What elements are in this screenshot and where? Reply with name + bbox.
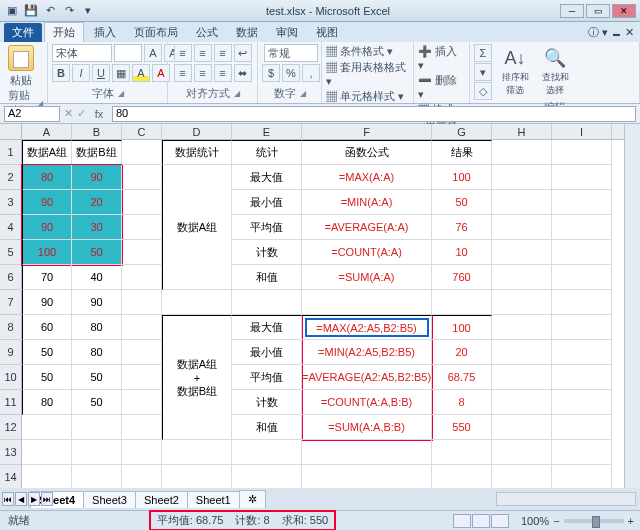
- cell[interactable]: [72, 415, 122, 440]
- column-headers[interactable]: A B C D E F G H I: [22, 124, 624, 140]
- cell[interactable]: [162, 465, 232, 488]
- cell[interactable]: [492, 415, 552, 440]
- align-right-icon[interactable]: ≡: [214, 64, 232, 82]
- cell[interactable]: =MAX(A2:A5,B2:B5): [302, 315, 432, 340]
- col-E[interactable]: E: [232, 124, 302, 139]
- cell[interactable]: [122, 240, 162, 265]
- cell[interactable]: 90: [22, 190, 72, 215]
- col-I[interactable]: I: [552, 124, 612, 139]
- col-B[interactable]: B: [72, 124, 122, 139]
- save-icon[interactable]: 💾: [23, 3, 39, 19]
- cell[interactable]: 8: [432, 390, 492, 415]
- undo-icon[interactable]: ↶: [42, 3, 58, 19]
- cell[interactable]: =MAX(A:A): [302, 165, 432, 190]
- cell[interactable]: 90: [22, 290, 72, 315]
- cell[interactable]: [492, 265, 552, 290]
- cell[interactable]: 10: [432, 240, 492, 265]
- cell[interactable]: 数据统计: [162, 140, 232, 165]
- tab-file[interactable]: 文件: [4, 23, 42, 42]
- tab-view[interactable]: 视图: [308, 23, 346, 42]
- cell[interactable]: 90: [72, 290, 122, 315]
- conditional-format-button[interactable]: ▦ 条件格式 ▾: [326, 44, 393, 59]
- tab-nav-prev-icon[interactable]: ◀: [15, 492, 27, 506]
- maximize-button[interactable]: ▭: [586, 4, 610, 18]
- cell[interactable]: 最小值: [232, 190, 302, 215]
- cell[interactable]: 30: [72, 215, 122, 240]
- cell[interactable]: 20: [432, 340, 492, 365]
- cell[interactable]: [492, 390, 552, 415]
- cell[interactable]: 和值: [232, 265, 302, 290]
- cell[interactable]: 平均值: [232, 215, 302, 240]
- cell[interactable]: =AVERAGE(A2:A5,B2:B5): [302, 365, 432, 390]
- cell[interactable]: 最大值: [232, 315, 302, 340]
- tab-home[interactable]: 开始: [44, 22, 84, 42]
- cell[interactable]: 760: [432, 265, 492, 290]
- align-bot-icon[interactable]: ≡: [214, 44, 232, 62]
- col-F[interactable]: F: [302, 124, 432, 139]
- cell[interactable]: 20: [72, 190, 122, 215]
- vertical-scrollbar[interactable]: [624, 124, 640, 488]
- row-5[interactable]: 5: [0, 240, 21, 265]
- align-center-icon[interactable]: ≡: [194, 64, 212, 82]
- col-D[interactable]: D: [162, 124, 232, 139]
- font-size-select[interactable]: [114, 44, 142, 62]
- delete-cells-button[interactable]: ➖ 删除 ▾: [418, 73, 465, 101]
- cell[interactable]: [122, 190, 162, 215]
- fill-color-icon[interactable]: A: [132, 64, 150, 82]
- dialog-launcher-icon[interactable]: ◢: [234, 89, 240, 98]
- help-icon[interactable]: ⓘ ▾ 🗕 ✕: [580, 23, 640, 42]
- cell[interactable]: [302, 290, 432, 315]
- sheet-tab[interactable]: Sheet2: [135, 491, 188, 508]
- cell[interactable]: [552, 465, 612, 488]
- table-format-button[interactable]: ▦ 套用表格格式 ▾: [326, 60, 409, 88]
- cell[interactable]: 最小值: [232, 340, 302, 365]
- worksheet[interactable]: A B C D E F G H I 1234567891011121314 数据…: [0, 124, 624, 488]
- font-name-select[interactable]: 宋体: [52, 44, 112, 62]
- col-G[interactable]: G: [432, 124, 492, 139]
- cell[interactable]: 统计: [232, 140, 302, 165]
- zoom-control[interactable]: 100% − +: [515, 515, 640, 527]
- cell[interactable]: [552, 340, 612, 365]
- cell[interactable]: 50: [72, 365, 122, 390]
- cell[interactable]: [492, 165, 552, 190]
- cell[interactable]: =COUNT(A:A,B:B): [302, 390, 432, 415]
- new-sheet-button[interactable]: ✲: [239, 490, 266, 508]
- cell[interactable]: 80: [72, 315, 122, 340]
- cell[interactable]: 70: [22, 265, 72, 290]
- cell[interactable]: 90: [72, 165, 122, 190]
- row-9[interactable]: 9: [0, 340, 21, 365]
- qat-more-icon[interactable]: ▾: [80, 3, 96, 19]
- find-select-button[interactable]: 🔍查找和选择: [538, 50, 572, 94]
- cell[interactable]: [232, 290, 302, 315]
- merge-icon[interactable]: ⬌: [234, 64, 252, 82]
- col-H[interactable]: H: [492, 124, 552, 139]
- cell[interactable]: [492, 140, 552, 165]
- cell[interactable]: [122, 165, 162, 190]
- cell[interactable]: [122, 215, 162, 240]
- cell[interactable]: [552, 240, 612, 265]
- cell[interactable]: [122, 315, 162, 340]
- horizontal-scrollbar[interactable]: [496, 492, 636, 506]
- number-format-select[interactable]: 常规: [264, 44, 318, 62]
- cell[interactable]: 函数公式: [302, 140, 432, 165]
- tab-formula[interactable]: 公式: [188, 23, 226, 42]
- cell[interactable]: [552, 415, 612, 440]
- cell[interactable]: [552, 140, 612, 165]
- tab-review[interactable]: 审阅: [268, 23, 306, 42]
- fx-icon[interactable]: fx: [90, 108, 108, 120]
- cell[interactable]: [492, 440, 552, 465]
- cell[interactable]: 68.75: [432, 365, 492, 390]
- row-7[interactable]: 7: [0, 290, 21, 315]
- zoom-in-icon[interactable]: +: [628, 515, 634, 527]
- cancel-icon[interactable]: ✕: [64, 107, 73, 120]
- cell[interactable]: [302, 440, 432, 465]
- fill-icon[interactable]: ▾: [474, 63, 492, 81]
- cell-merged[interactable]: 数据A组+数据B组: [162, 315, 232, 440]
- cell[interactable]: [432, 290, 492, 315]
- cell[interactable]: [22, 440, 72, 465]
- cell[interactable]: [552, 265, 612, 290]
- row-3[interactable]: 3: [0, 190, 21, 215]
- cell[interactable]: 550: [432, 415, 492, 440]
- cell[interactable]: [122, 415, 162, 440]
- cell[interactable]: 50: [22, 340, 72, 365]
